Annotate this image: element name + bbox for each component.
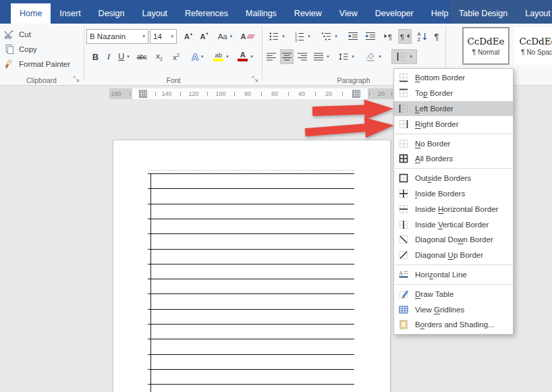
ruler-number: 80 bbox=[244, 88, 251, 99]
align-center-button[interactable] bbox=[280, 49, 294, 64]
font-color-button[interactable]: A▾ bbox=[234, 49, 256, 64]
menu-item-horizontal-line[interactable]: AHorizontal Line bbox=[394, 267, 513, 283]
italic-button[interactable]: I bbox=[103, 49, 114, 64]
tab-review[interactable]: Review bbox=[285, 3, 331, 24]
line-spacing-button[interactable]: ▾ bbox=[336, 49, 356, 64]
borders-button[interactable]: ▾ bbox=[391, 49, 417, 64]
table-row-border bbox=[148, 173, 354, 174]
underline-button[interactable]: U▾ bbox=[115, 49, 132, 64]
text-effects-button[interactable]: A▾ bbox=[188, 49, 207, 64]
chevron-down-icon: ▾ bbox=[250, 54, 253, 59]
numbering-icon: 123 bbox=[294, 31, 305, 42]
horizontal-ruler[interactable]: 1801401201008060402020 bbox=[109, 88, 395, 99]
subscript-button[interactable]: x2 bbox=[152, 49, 167, 64]
contextual-tab-layout[interactable]: Layout bbox=[516, 3, 552, 24]
clear-formatting-button[interactable]: A bbox=[239, 29, 256, 44]
increase-indent-button[interactable] bbox=[363, 29, 378, 44]
table-row-border bbox=[148, 264, 354, 264]
align-left-button[interactable] bbox=[265, 49, 278, 64]
clipboard-dialog-launcher[interactable] bbox=[72, 74, 81, 84]
contextual-tab-table-design[interactable]: Table Design bbox=[450, 3, 516, 24]
bullets-button[interactable]: ▾ bbox=[269, 29, 285, 44]
numbering-button[interactable]: 123▾ bbox=[294, 29, 310, 44]
table-row-border bbox=[148, 324, 354, 325]
ltr-text-direction-button[interactable]: ¶ bbox=[382, 29, 395, 44]
ruler-tick bbox=[342, 92, 343, 96]
text-highlight-button[interactable]: ab▾ bbox=[211, 49, 231, 64]
rtl-text-direction-button[interactable]: ¶ bbox=[398, 29, 412, 44]
ruler-number: 20 bbox=[325, 88, 332, 99]
decrease-indent-icon bbox=[348, 31, 358, 42]
font-dialog-launcher[interactable] bbox=[250, 74, 260, 84]
cut-button[interactable]: Cut bbox=[0, 27, 83, 42]
bold-button[interactable]: B bbox=[89, 49, 102, 64]
table-column-marker[interactable] bbox=[139, 90, 147, 98]
chevron-down-icon: ▾ bbox=[282, 34, 285, 39]
document-page[interactable] bbox=[113, 140, 391, 392]
menu-item-inside-vertical-border[interactable]: Inside Vertical Border bbox=[394, 217, 513, 232]
format-painter-button[interactable]: Format Painter bbox=[0, 57, 83, 72]
multilevel-list-button[interactable]: ▾ bbox=[320, 29, 339, 44]
menu-item-all-borders[interactable]: All Borders bbox=[394, 151, 513, 167]
strikethrough-button[interactable]: abc bbox=[133, 49, 150, 64]
shrink-font-button[interactable]: A▾ bbox=[197, 29, 211, 44]
align-right-button[interactable] bbox=[296, 49, 309, 64]
tab-insert[interactable]: Insert bbox=[51, 3, 89, 24]
menu-separator bbox=[395, 134, 512, 134]
tab-developer[interactable]: Developer bbox=[366, 3, 422, 24]
line-spacing-icon bbox=[338, 51, 349, 62]
menu-item-no-border[interactable]: No Border bbox=[394, 136, 513, 151]
tab-mailings[interactable]: Mailings bbox=[237, 3, 285, 24]
menu-item-draw-table[interactable]: Draw Table bbox=[394, 286, 513, 302]
chevron-down-icon: ▾ bbox=[226, 54, 229, 59]
copy-button[interactable]: Copy bbox=[0, 42, 83, 57]
menu-item-inside-borders[interactable]: Inside Borders bbox=[394, 186, 513, 202]
sort-button[interactable]: AZ bbox=[416, 29, 429, 44]
clipboard-group-label: Clipboard bbox=[0, 76, 83, 84]
style-card-normal[interactable]: CcDdEe¶ Normal bbox=[462, 27, 509, 65]
menu-item-view-gridlines[interactable]: View Gridlines bbox=[394, 302, 513, 317]
grow-font-button[interactable]: A▴ bbox=[181, 29, 196, 44]
tab-layout[interactable]: Layout bbox=[134, 3, 177, 24]
font-group: B Nazanin ▾ 14 ▾ A▴A▾Aa▾A BIU▾abcx2x2A▾a… bbox=[85, 24, 262, 86]
horizontal-line-icon: A bbox=[398, 269, 409, 280]
table-left-border bbox=[150, 173, 151, 392]
align-left-icon bbox=[266, 51, 277, 62]
view-gridlines-icon bbox=[398, 304, 409, 315]
align-center-icon bbox=[281, 51, 292, 62]
group-separator bbox=[84, 26, 84, 80]
outside-borders-icon bbox=[398, 173, 409, 184]
tab-references[interactable]: References bbox=[176, 3, 237, 24]
shading-button[interactable]: ▾ bbox=[363, 49, 383, 64]
tab-home[interactable]: Home bbox=[11, 3, 51, 24]
menu-item-diagonal-up-border[interactable]: Diagonal Up Border bbox=[394, 248, 513, 263]
menu-item-diagonal-down-border[interactable]: Diagonal Down Border bbox=[394, 232, 513, 248]
menu-separator bbox=[395, 168, 512, 169]
ruler-number: 180 bbox=[111, 88, 121, 99]
menu-item-outside-borders[interactable]: Outside Borders bbox=[394, 171, 513, 186]
chevron-down-icon: ▾ bbox=[201, 54, 204, 59]
superscript-button[interactable]: x2 bbox=[169, 49, 184, 64]
borders-icon bbox=[396, 51, 407, 62]
table-row-border bbox=[148, 339, 354, 339]
justify-button[interactable]: ▾ bbox=[311, 49, 331, 64]
svg-text:A: A bbox=[399, 270, 403, 276]
menu-item-borders-and-shading[interactable]: Borders and Shading... bbox=[394, 317, 513, 333]
tab-design[interactable]: Design bbox=[90, 3, 134, 24]
menu-item-inside-horizontal-border[interactable]: Inside Horizontal Border bbox=[394, 201, 513, 217]
tab-view[interactable]: View bbox=[331, 3, 366, 24]
right-border-icon bbox=[398, 119, 409, 130]
menu-item-right-border[interactable]: Right Border bbox=[394, 116, 513, 132]
ruler-number: 140 bbox=[161, 88, 171, 99]
table-column-marker[interactable] bbox=[352, 90, 360, 98]
chevron-down-icon: ▾ bbox=[352, 54, 354, 59]
decrease-indent-button[interactable] bbox=[346, 29, 360, 44]
show-paragraph-marks-button[interactable]: ¶ bbox=[432, 29, 443, 44]
sort-icon: AZ bbox=[417, 31, 428, 42]
style-card-no-spac[interactable]: CcDdEe¶ No Spac. bbox=[514, 27, 552, 65]
chevron-down-icon: ▾ bbox=[230, 34, 233, 39]
menu-item-left-border[interactable]: Left Border bbox=[394, 101, 513, 117]
menu-item-top-border[interactable]: Top Border bbox=[394, 86, 513, 101]
change-case-button[interactable]: Aa▾ bbox=[215, 29, 236, 44]
menu-item-bottom-border[interactable]: Bottom Border bbox=[394, 70, 513, 86]
